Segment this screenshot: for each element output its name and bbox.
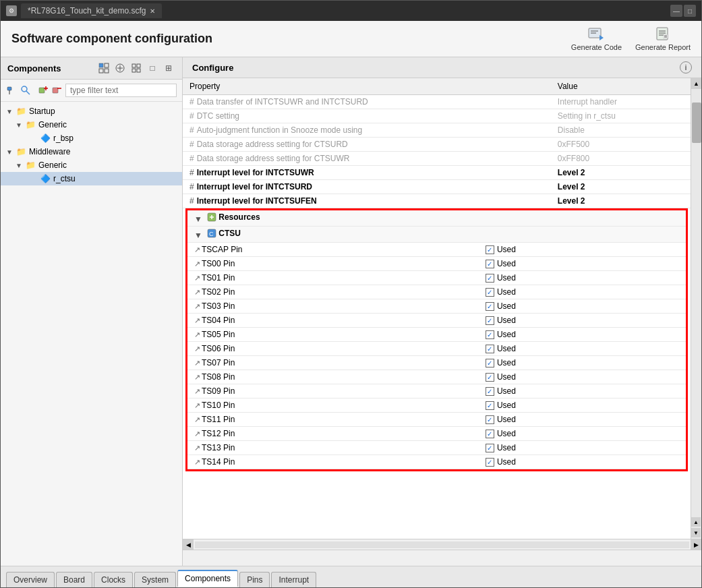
table-scroll-area[interactable]: Property Value #Data transfer of INTCTSU… <box>183 78 691 539</box>
pin-used: ✓Used <box>479 441 686 455</box>
checkbox-used[interactable]: ✓ <box>486 260 494 268</box>
expand-arrow-resources[interactable]: ▼ <box>194 214 202 224</box>
title-tab[interactable]: *RL78G16_Touch_kit_demo.scfg ✕ <box>21 3 162 18</box>
tree-item-generic-startup[interactable]: ▼ 📁 Generic <box>1 118 182 131</box>
pin-used: ✓Used <box>479 384 686 399</box>
checkbox-used[interactable]: ✓ <box>486 302 494 311</box>
checkbox-used[interactable]: ✓ <box>486 316 494 325</box>
bottom-tabs: Overview Board Clocks System Components … <box>1 566 701 587</box>
checkbox-used[interactable]: ✓ <box>486 430 494 438</box>
checkbox-used[interactable]: ✓ <box>486 373 494 382</box>
pin-used: ✓Used <box>479 299 686 314</box>
sidebar-tool-3[interactable] <box>129 61 143 75</box>
configure-footer <box>183 550 701 566</box>
info-icon[interactable]: i <box>680 61 692 74</box>
config-table: Property Value #Data transfer of INTCTSU… <box>183 78 691 208</box>
checkbox-used[interactable]: ✓ <box>486 401 494 410</box>
pin-icon: ↗ <box>194 373 200 381</box>
tree-item-middleware[interactable]: ▼ 📁 Middleware <box>1 145 182 158</box>
checkbox-used[interactable]: ✓ <box>486 274 494 283</box>
table-row: #Interrupt level for INTCTSUWR Level 2 <box>183 166 691 180</box>
pin-name: ↗TSCAP Pin <box>187 243 479 257</box>
sidebar-tool-expand[interactable]: ⊞ <box>162 61 175 75</box>
pin-icon: ↗ <box>194 387 200 395</box>
tab-components[interactable]: Components <box>177 570 238 587</box>
pin-used: ✓Used <box>479 243 686 257</box>
sidebar-filter-row <box>1 80 182 102</box>
h-scroll-right-button[interactable]: ▶ <box>691 539 701 550</box>
tree-item-generic-middleware[interactable]: ▼ 📁 Generic <box>1 158 182 172</box>
tab-pins[interactable]: Pins <box>239 572 270 587</box>
scroll-down-button[interactable]: ▼ <box>691 528 701 537</box>
expand-arrow-generic-startup: ▼ <box>16 121 25 129</box>
resources-icon <box>207 212 216 222</box>
checkbox-used[interactable]: ✓ <box>486 359 494 368</box>
pin-name: ↗TS00 Pin <box>187 257 479 271</box>
tab-system[interactable]: System <box>134 572 176 587</box>
checkbox-used[interactable]: ✓ <box>486 330 494 339</box>
checkbox-used[interactable]: ✓ <box>486 345 494 353</box>
tree-item-startup[interactable]: ▼ 📁 Startup <box>1 105 182 118</box>
tree-item-r-bsp[interactable]: ▶ 🔷 r_bsp <box>1 131 182 145</box>
sidebar-tool-2[interactable] <box>113 61 127 75</box>
prop-value: Level 2 <box>551 194 691 208</box>
sidebar-tree: ▼ 📁 Startup ▼ 📁 Generic ▶ 🔷 r_bsp <box>1 102 182 566</box>
main-content: Components □ ⊞ <box>1 57 701 566</box>
table-row: #Interrupt level for INTCTSURD Level 2 <box>183 180 691 194</box>
tab-board[interactable]: Board <box>56 572 92 587</box>
scroll-thumb[interactable] <box>692 102 701 143</box>
pin-used: ✓Used <box>479 257 686 271</box>
expand-arrow-ctsu[interactable]: ▼ <box>194 231 202 240</box>
table-row: #Data transfer of INTCTSUWR and INTCTSUR… <box>183 95 691 109</box>
checkbox-used[interactable]: ✓ <box>486 444 494 452</box>
svg-rect-26 <box>39 88 45 93</box>
pin-name: ↗TS02 Pin <box>187 285 479 299</box>
remove-component-icon[interactable] <box>51 84 63 96</box>
filter-icons <box>6 84 63 96</box>
pin-icon: ↗ <box>194 359 200 367</box>
generate-report-icon <box>653 26 672 41</box>
generate-report-button[interactable]: Generate Report <box>635 26 691 51</box>
pin-name: ↗TS03 Pin <box>187 299 479 314</box>
svg-rect-11 <box>99 63 103 67</box>
filter-icon-1[interactable] <box>6 84 18 96</box>
minimize-button[interactable]: — <box>670 5 682 17</box>
sidebar-tool-1[interactable] <box>97 61 111 75</box>
expand-arrow-startup: ▼ <box>6 108 16 115</box>
filter-icon-2[interactable] <box>20 84 32 96</box>
configure-pane: Configure i Property Value <box>183 57 701 566</box>
tab-overview[interactable]: Overview <box>6 572 55 587</box>
h-scroll-track[interactable] <box>195 541 689 548</box>
close-tab-icon[interactable]: ✕ <box>150 7 155 15</box>
resources-section: ▼ Resources <box>185 208 688 471</box>
scroll-up2-button[interactable]: ▲ <box>691 517 701 527</box>
generate-code-button[interactable]: Generate Code <box>571 26 622 51</box>
add-component-icon[interactable] <box>37 84 49 96</box>
tab-interrupt[interactable]: Interrupt <box>271 572 316 587</box>
table-row: ↗TS09 Pin ✓Used <box>187 384 686 399</box>
checkbox-used[interactable]: ✓ <box>486 458 494 467</box>
vertical-scrollbar[interactable]: ▲ ▲ ▼ <box>691 78 701 539</box>
tree-label-startup: Startup <box>29 107 55 116</box>
scroll-up-button[interactable]: ▲ <box>691 78 701 89</box>
checkbox-used[interactable]: ✓ <box>486 288 494 297</box>
checkbox-used[interactable]: ✓ <box>486 415 494 424</box>
pin-icon: ↗ <box>194 302 200 310</box>
tree-item-r-ctsu[interactable]: ▶ 🔷 r_ctsu <box>1 172 182 185</box>
maximize-button[interactable]: □ <box>684 5 696 17</box>
svg-rect-19 <box>137 64 140 67</box>
horizontal-scrollbar[interactable]: ◀ ▶ <box>183 539 701 550</box>
table-row: #Data storage address setting for CTSURD… <box>183 138 691 152</box>
checkbox-used[interactable]: ✓ <box>486 245 494 254</box>
h-scroll-left-button[interactable]: ◀ <box>183 539 194 550</box>
generate-code-icon <box>587 26 606 41</box>
tab-clocks[interactable]: Clocks <box>94 572 133 587</box>
tree-label-generic-startup: Generic <box>38 120 67 129</box>
sidebar: Components □ ⊞ <box>1 57 183 566</box>
filter-input[interactable] <box>65 84 177 97</box>
checkbox-used[interactable]: ✓ <box>486 387 494 396</box>
table-row: ↗TS13 Pin ✓Used <box>187 441 686 455</box>
pin-name: ↗TS11 Pin <box>187 413 479 427</box>
sidebar-tool-collapse[interactable]: □ <box>146 61 159 75</box>
pin-name: ↗TS05 Pin <box>187 328 479 342</box>
